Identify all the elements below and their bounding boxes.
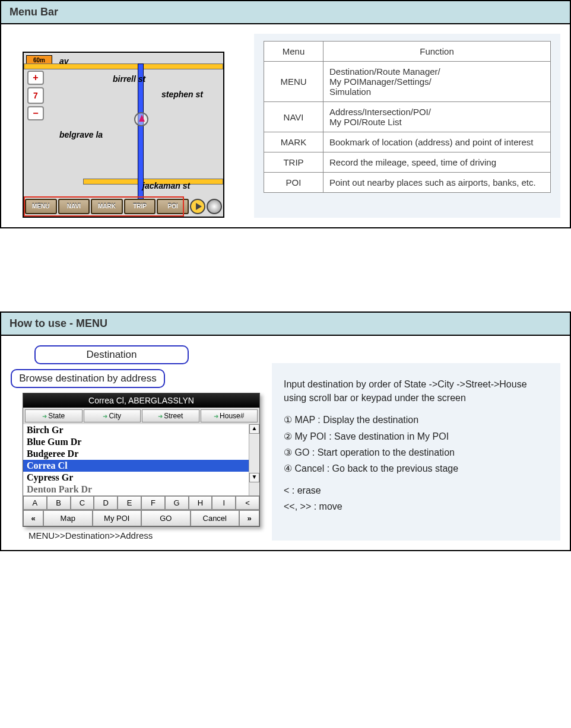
key[interactable]: A [23,496,47,510]
notes-erase: < : erase [284,484,548,497]
notes-item: ② My POI : Save destination in My POI [284,430,548,443]
section-title: Menu Bar [1,1,570,24]
notes-item: ④ Cancel : Go back to the previous stage [284,462,548,475]
section-how-to-use-menu: How to use - MENU Destination Browse des… [0,311,571,551]
mark-button[interactable]: MARK [91,199,123,214]
menu-cell: POI [264,173,323,193]
street-label: belgrave la [59,130,103,139]
notes-move: <<, >> : move [284,500,548,513]
key[interactable]: B [47,496,71,510]
table-header-function: Function [323,42,551,62]
scroll-up-icon[interactable]: ▲ [249,424,259,434]
table-row: MARK Bookmark of location (address) and … [264,132,551,152]
scroll-down-icon[interactable]: ▼ [249,473,259,482]
list-item[interactable]: Budgeree Dr [23,448,259,460]
list-item-selected[interactable]: Correa Cl [23,460,259,472]
play-icon[interactable] [190,199,205,214]
street-label: birrell st [113,74,145,84]
keypad-row: A B C D E F G H I < [23,495,259,510]
list-item[interactable]: Cypress Gr [23,472,259,484]
notes-intro: Input destination by order of State ->Ci… [284,377,548,405]
table-row: MENU Destination/Route Manager/ My POIMa… [264,62,551,102]
key-erase[interactable]: < [236,496,259,510]
scrollbar[interactable]: ▲ ▼ [249,424,259,495]
menu-cell: MARK [264,132,323,152]
notes-item: ③ GO : Start operation to the destinatio… [284,446,548,459]
section-title: How to use - MENU [1,313,570,336]
go-button[interactable]: GO [141,510,191,526]
menu-button[interactable]: MENU [25,199,57,214]
destination-title: Correa Cl, ABERGLASSLYN [23,393,259,408]
pill-destination: Destination [34,345,189,364]
table-header-menu: Menu [264,42,323,62]
key[interactable]: F [141,496,165,510]
notes-item: ① MAP : Display the destination [284,413,548,427]
trip-button[interactable]: TRIP [124,199,156,214]
menu-cell: TRIP [264,152,323,173]
position-cursor-icon [134,112,148,126]
zoom-out-button[interactable]: − [27,106,44,120]
table-row: TRIP Record the mileage, speed, time of … [264,152,551,173]
key[interactable]: H [189,496,212,510]
list-item[interactable]: Birch Gr [23,424,259,436]
menu-cell: MENU [264,62,323,102]
key[interactable]: D [94,496,118,510]
bottom-row: « Map My POI GO Cancel » [23,510,259,526]
key[interactable]: G [165,496,189,510]
street-label: jackaman st [142,181,190,190]
list-item[interactable]: Denton Park Dr [23,484,259,495]
function-cell: Bookmark of location (address) and point… [323,132,551,152]
poi-button[interactable]: POI [157,199,189,214]
next-button[interactable]: » [239,510,259,526]
list-item[interactable]: Blue Gum Dr [23,436,259,448]
function-cell: Point out nearby places such as airports… [323,173,551,193]
key[interactable]: I [212,496,236,510]
tab-house[interactable]: ➜House# [201,409,258,422]
map-menu-bar: MENU NAVI MARK TRIP POI [25,198,222,215]
key[interactable]: E [118,496,141,510]
zoom-in-button[interactable]: + [27,71,44,85]
globe-icon[interactable] [207,199,222,214]
function-table-panel: Menu Function MENU Destination/Route Man… [254,34,560,218]
pill-browse-by-address: Browse destination by address [11,369,165,388]
notes-panel: Input destination by order of State ->Ci… [272,363,560,541]
table-row: NAVI Address/Intersection/POI/ My POI/Ro… [264,102,551,132]
map-screenshot: 60m + 7 − av birrell st stephen st belgr… [23,52,224,218]
destination-screen: Correa Cl, ABERGLASSLYN ➜State ➜City ➜St… [23,393,260,527]
destination-list: Birch Gr Blue Gum Dr Budgeree Dr Correa … [23,424,259,495]
tab-street[interactable]: ➜Street [142,409,199,422]
function-cell: Record the mileage, speed, time of drivi… [323,152,551,173]
function-cell: Address/Intersection/POI/ My POI/Route L… [323,102,551,132]
menu-cell: NAVI [264,102,323,132]
map-button[interactable]: Map [43,510,93,526]
table-row: POI Point out nearby places such as airp… [264,173,551,193]
prev-button[interactable]: « [23,510,43,526]
navi-button[interactable]: NAVI [58,199,90,214]
day-indicator: 7 [27,87,44,104]
breadcrumb-caption: MENU>>Destination>>Address [28,530,260,541]
function-cell: Destination/Route Manager/ My POIManager… [323,62,551,102]
tab-city[interactable]: ➜City [84,409,141,422]
function-table: Menu Function MENU Destination/Route Man… [264,41,551,193]
key[interactable]: C [71,496,94,510]
cancel-button[interactable]: Cancel [191,510,240,526]
section-menu-bar: Menu Bar 60m + 7 − av birrell st stephen… [0,0,571,228]
street-label: stephen st [161,90,203,99]
tab-state[interactable]: ➜State [25,409,83,422]
street-label: av [59,56,69,66]
mypoi-button[interactable]: My POI [93,510,142,526]
